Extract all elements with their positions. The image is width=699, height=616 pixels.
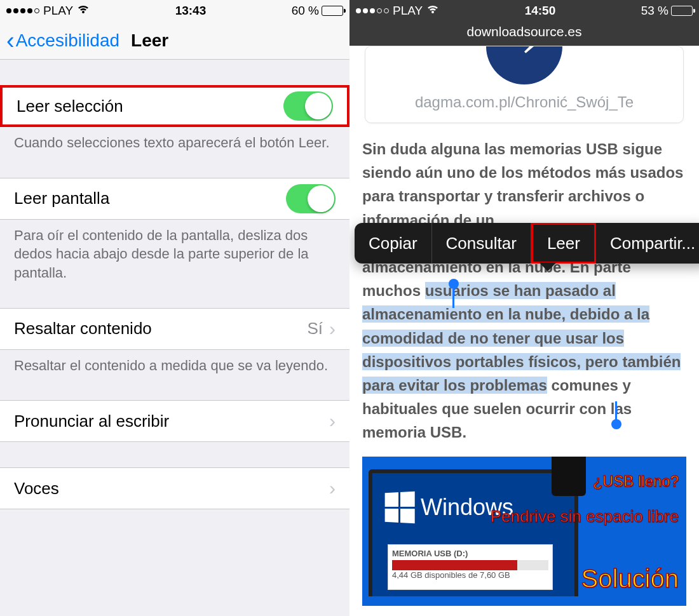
disk-name: MEMORIA USB (D:) bbox=[392, 549, 548, 558]
status-bar: PLAY 13:43 60 % bbox=[0, 0, 350, 22]
safari-screen: PLAY 14:50 53 % downloadsource.es dagma.… bbox=[350, 0, 699, 616]
settings-screen: PLAY 13:43 60 % ‹ Accesibilidad Leer Lee… bbox=[0, 0, 350, 616]
row-label: Pronunciar al escribir bbox=[14, 412, 169, 431]
clock: 14:50 bbox=[525, 4, 556, 18]
battery-pct: 53 % bbox=[641, 4, 668, 18]
battery-icon bbox=[671, 6, 693, 16]
ad-url: dagma.com.pl/Chronić_Swój_Te bbox=[365, 93, 683, 111]
chevron-left-icon: ‹ bbox=[6, 29, 15, 53]
row-value: Sí bbox=[307, 319, 323, 338]
row-pronounce-typing[interactable]: Pronunciar al escribir › bbox=[0, 400, 350, 442]
status-bar: PLAY 14:50 53 % bbox=[350, 0, 699, 22]
url-text: downloadsource.es bbox=[467, 24, 582, 39]
battery-icon bbox=[322, 6, 343, 16]
row-highlight-content[interactable]: Resaltar contenido Sí › bbox=[0, 308, 350, 350]
selection-handle-start-icon[interactable] bbox=[449, 279, 459, 289]
chevron-right-icon: › bbox=[329, 478, 336, 499]
row-label: Voces bbox=[14, 479, 59, 499]
chevron-right-icon: › bbox=[329, 410, 336, 432]
text-pre: Sin duda alguna las memorias USB sigue s… bbox=[362, 140, 683, 229]
footer-read-screen: Para oír el contenido de la pantalla, de… bbox=[0, 220, 350, 283]
back-button[interactable]: ‹ Accesibilidad bbox=[6, 29, 119, 53]
selection-handle-end-icon[interactable] bbox=[611, 419, 621, 429]
windows-logo-icon bbox=[385, 492, 415, 524]
selection-bar-end bbox=[615, 401, 617, 420]
address-bar[interactable]: downloadsource.es bbox=[350, 22, 699, 46]
menu-pointer-icon bbox=[539, 262, 557, 271]
page-title: Leer bbox=[131, 30, 168, 51]
row-read-screen[interactable]: Leer pantalla bbox=[0, 178, 350, 220]
text-context-menu: Copiar Consultar Leer Compartir... bbox=[355, 223, 699, 264]
signal-dots-icon bbox=[6, 8, 39, 13]
menu-read[interactable]: Leer bbox=[531, 223, 596, 264]
ad-card[interactable]: dagma.com.pl/Chronić_Swój_Te bbox=[365, 46, 684, 123]
disk-free: 4,44 GB disponibles de 7,60 GB bbox=[392, 570, 548, 580]
menu-copy[interactable]: Copiar bbox=[355, 223, 432, 264]
clock: 13:43 bbox=[175, 4, 207, 18]
promo-pendrive: Pendrive sin espacio libre bbox=[491, 507, 679, 526]
row-voices[interactable]: Voces › bbox=[0, 467, 350, 509]
carrier-label: PLAY bbox=[393, 4, 423, 18]
back-label: Accesibilidad bbox=[16, 30, 119, 51]
toggle-read-screen[interactable] bbox=[286, 184, 336, 213]
toggle-read-selection[interactable] bbox=[283, 91, 333, 121]
signal-dots-icon bbox=[356, 8, 389, 13]
footer-highlight: Resaltar el contenido a medida que se va… bbox=[0, 350, 350, 375]
carrier-label: PLAY bbox=[43, 4, 73, 18]
battery-pct: 60 % bbox=[292, 4, 319, 18]
footer-read-selection: Cuando selecciones texto aparecerá el bo… bbox=[0, 127, 350, 152]
menu-share[interactable]: Compartir... bbox=[596, 223, 699, 264]
menu-lookup[interactable]: Consultar bbox=[432, 223, 531, 264]
article-image: Windows MEMORIA USB (D:) 4,44 GB disponi… bbox=[362, 457, 686, 606]
chevron-right-icon: › bbox=[329, 318, 336, 340]
promo-usb-full: ¿USB lleno? bbox=[593, 473, 679, 490]
promo-solution: Solución bbox=[581, 565, 679, 593]
selection-bar-start bbox=[452, 289, 454, 308]
ad-arrow-icon bbox=[486, 46, 562, 84]
article-body[interactable]: Sin duda alguna las memorias USB sigue s… bbox=[362, 137, 686, 444]
nav-header: ‹ Accesibilidad Leer bbox=[0, 22, 350, 60]
wifi-icon bbox=[426, 4, 439, 18]
wifi-icon bbox=[77, 4, 90, 18]
row-label: Leer pantalla bbox=[14, 189, 109, 208]
row-label: Resaltar contenido bbox=[14, 319, 152, 338]
row-label: Leer selección bbox=[17, 97, 123, 116]
disk-card: MEMORIA USB (D:) 4,44 GB disponibles de … bbox=[388, 544, 553, 590]
row-read-selection[interactable]: Leer selección bbox=[0, 85, 350, 127]
usb-stick-icon bbox=[552, 457, 586, 496]
